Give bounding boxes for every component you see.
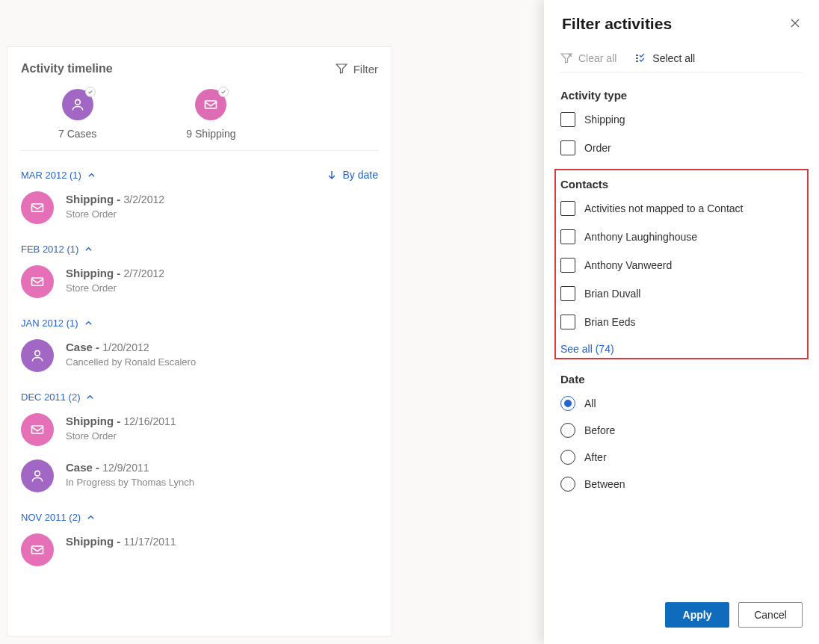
radio-date-before[interactable]: Before [560, 423, 803, 438]
mail-icon [195, 89, 226, 120]
sort-row: MAR 2012 (1) By date [21, 169, 378, 181]
cancel-button[interactable]: Cancel [738, 602, 803, 628]
month-toggle-nov-2011[interactable]: NOV 2011 (2) [21, 512, 95, 523]
radio-icon [560, 396, 575, 411]
select-all-icon [634, 52, 646, 64]
activity-type-title: Activity type [560, 89, 803, 102]
summary-row: 7 Cases 9 Shipping [21, 89, 378, 140]
checkbox-label: Brian Duvall [584, 288, 640, 300]
activity-sub: In Progress by Thomas Lynch [66, 477, 194, 488]
summary-shipping[interactable]: 9 Shipping [186, 89, 235, 140]
checkbox-contact[interactable]: Anthony Vanweerd [560, 258, 803, 273]
checkbox-icon [560, 286, 575, 301]
checkbox-contact-unmapped[interactable]: Activities not mapped to a Contact [560, 201, 803, 216]
clear-all-button[interactable]: Clear all [560, 52, 616, 64]
chevron-up-icon [87, 513, 95, 521]
activity-date: 12/9/2011 [102, 462, 149, 474]
radio-label: After [584, 451, 607, 463]
summary-cases-label: 7 Cases [58, 128, 96, 140]
month-toggle-mar-2012[interactable]: MAR 2012 (1) [21, 170, 96, 181]
checkbox-icon [560, 140, 575, 155]
person-icon [21, 339, 54, 372]
activity-date: 2/7/2012 [124, 267, 165, 279]
funnel-clear-icon [560, 52, 572, 64]
panel-title: Filter activities [562, 15, 672, 33]
summary-shipping-label: 9 Shipping [186, 128, 235, 140]
person-icon [21, 459, 54, 492]
month-toggle-feb-2012[interactable]: FEB 2012 (1) [21, 244, 93, 255]
divider [21, 150, 378, 151]
close-icon [789, 17, 801, 29]
radio-label: Between [584, 478, 625, 490]
month-label: DEC 2011 (2) [21, 391, 80, 403]
activity-item[interactable]: Shipping - 11/17/2011 [21, 533, 378, 566]
checkbox-contact[interactable]: Anthony Laughinghouse [560, 229, 803, 244]
activity-title: Shipping [66, 267, 114, 279]
activity-item[interactable]: Case - 12/9/2011 In Progress by Thomas L… [21, 459, 378, 492]
svg-rect-3 [32, 278, 43, 285]
summary-cases[interactable]: 7 Cases [58, 89, 96, 140]
contacts-highlight: Contacts Activities not mapped to a Cont… [554, 169, 809, 359]
activity-date: 12/16/2011 [124, 415, 176, 427]
chevron-up-icon [87, 171, 96, 179]
radio-label: All [584, 397, 596, 409]
date-title: Date [560, 373, 803, 386]
panel-footer: Apply Cancel [544, 590, 819, 644]
month-label: JAN 2012 (1) [21, 318, 78, 329]
funnel-icon [336, 63, 347, 75]
mail-icon [21, 265, 54, 298]
checkbox-label: Anthony Laughinghouse [584, 231, 697, 243]
month-toggle-jan-2012[interactable]: JAN 2012 (1) [21, 318, 93, 329]
checkbox-label: Anthony Vanweerd [584, 259, 672, 271]
filter-button[interactable]: Filter [336, 63, 378, 75]
filter-panel: Filter activities Clear all Select all A… [544, 0, 819, 644]
activity-title: Shipping [66, 415, 114, 427]
clear-all-label: Clear all [578, 52, 616, 64]
select-all-button[interactable]: Select all [634, 52, 695, 64]
checkbox-icon [560, 112, 575, 127]
apply-button[interactable]: Apply [665, 602, 729, 628]
activity-item[interactable]: Shipping - 2/7/2012 Store Order [21, 265, 378, 298]
activity-date: 3/2/2012 [124, 193, 165, 205]
activity-item[interactable]: Case - 1/20/2012 Cancelled by Ronald Esc… [21, 339, 378, 372]
activity-sub: Cancelled by Ronald Escalero [66, 356, 196, 368]
checkbox-contact[interactable]: Brian Duvall [560, 286, 803, 301]
activity-item[interactable]: Shipping - 3/2/2012 Store Order [21, 191, 378, 224]
select-all-label: Select all [652, 52, 695, 64]
radio-date-between[interactable]: Between [560, 477, 803, 492]
radio-icon [560, 477, 575, 492]
person-icon [62, 89, 93, 120]
mail-icon [21, 413, 54, 446]
checkbox-contact[interactable]: Brian Eeds [560, 315, 803, 329]
contacts-title: Contacts [560, 178, 803, 191]
checkbox-shipping[interactable]: Shipping [560, 112, 803, 127]
checkbox-order[interactable]: Order [560, 140, 803, 155]
activity-text: Case - 1/20/2012 Cancelled by Ronald Esc… [66, 339, 196, 368]
close-button[interactable] [789, 17, 801, 31]
activity-sub: Store Order [66, 208, 164, 220]
see-all-contacts[interactable]: See all (74) [560, 343, 803, 355]
svg-rect-2 [32, 204, 43, 211]
radio-date-after[interactable]: After [560, 450, 803, 465]
activity-text: Case - 12/9/2011 In Progress by Thomas L… [66, 459, 194, 488]
radio-date-all[interactable]: All [560, 396, 803, 411]
svg-point-6 [35, 471, 40, 476]
activity-item[interactable]: Shipping - 12/16/2011 Store Order [21, 413, 378, 446]
svg-rect-5 [32, 426, 43, 433]
month-toggle-dec-2011[interactable]: DEC 2011 (2) [21, 391, 94, 403]
arrow-down-icon [327, 170, 337, 180]
checkbox-label: Brian Eeds [584, 316, 635, 328]
svg-rect-7 [32, 546, 43, 554]
activity-text: Shipping - 3/2/2012 Store Order [66, 191, 164, 220]
activity-date: 11/17/2011 [124, 536, 176, 548]
sort-by-date[interactable]: By date [327, 169, 378, 181]
radio-label: Before [584, 424, 615, 436]
checkbox-icon [560, 315, 575, 329]
check-badge-icon [218, 87, 229, 97]
chevron-up-icon [86, 393, 94, 401]
chevron-up-icon [84, 319, 93, 327]
activity-text: Shipping - 11/17/2011 [66, 533, 176, 548]
activity-title: Shipping [66, 535, 114, 548]
checkbox-label: Activities not mapped to a Contact [584, 202, 743, 214]
panel-body: Clear all Select all Activity type Shipp… [544, 33, 819, 590]
